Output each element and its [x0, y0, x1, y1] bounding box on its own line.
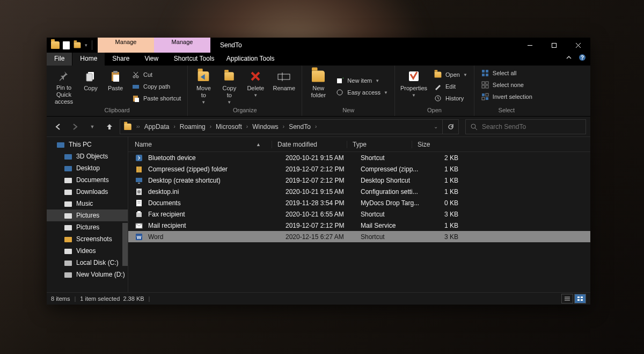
move-to-button[interactable]: Move to ▼ — [192, 68, 215, 105]
thumbnails-view-button[interactable] — [574, 294, 586, 304]
refresh-button[interactable] — [442, 120, 458, 134]
details-view-button[interactable] — [561, 294, 573, 304]
breadcrumb-segment[interactable]: AppData — [141, 120, 173, 134]
properties-button[interactable]: Properties ▼ — [399, 68, 428, 105]
nav-item[interactable]: This PC — [47, 139, 128, 150]
nav-item[interactable]: Videos — [47, 245, 128, 257]
collapse-ribbon-button[interactable] — [566, 53, 579, 66]
copy-path-button[interactable]: Copy path — [129, 81, 183, 92]
copy-to-button[interactable]: Copy to ▼ — [218, 68, 240, 105]
nav-item[interactable]: Screenshots — [47, 233, 128, 245]
easy-access-button[interactable]: Easy access ▼ — [333, 87, 390, 98]
search-icon — [470, 123, 478, 131]
breadcrumb-segment[interactable]: Roaming — [177, 120, 209, 134]
forward-button[interactable] — [68, 120, 82, 134]
nav-item[interactable]: Music — [47, 198, 128, 209]
file-row[interactable]: WWord2020-12-15 6:27 AMShortcut3 KB — [128, 231, 590, 242]
ribbon-group-new: New folder ✦New item ▼ Easy access ▼ New — [302, 66, 395, 116]
open-button[interactable]: Open ▼ — [431, 69, 470, 80]
tab-home[interactable]: Home — [72, 53, 105, 66]
file-row[interactable]: Desktop (create shortcut)2019-12-07 2:12… — [128, 175, 590, 186]
address-bar-row: ▼ › › AppData›Roaming›Microsoft›Windows›… — [47, 117, 590, 137]
help-button[interactable]: ? — [579, 53, 590, 66]
rename-button[interactable]: Rename — [270, 68, 297, 105]
file-row[interactable]: Compressed (zipped) folder2019-12-07 2:1… — [128, 163, 590, 175]
tab-share[interactable]: Share — [105, 53, 137, 66]
contextual-tab-shortcut-tools-badge[interactable]: Manage — [98, 38, 154, 53]
up-button[interactable] — [103, 120, 116, 134]
pin-to-quick-access-button[interactable]: Pin to Quick access — [51, 68, 77, 105]
file-row[interactable]: Fax recipient2020-10-21 6:55 AMShortcut3… — [128, 208, 590, 220]
maximize-button[interactable] — [542, 38, 566, 53]
file-row[interactable]: Mail recipient2019-12-07 2:12 PMMail Ser… — [128, 220, 590, 231]
nav-item[interactable]: New Volume (D:) — [47, 269, 128, 280]
svg-rect-42 — [64, 154, 72, 160]
nav-item[interactable]: Local Disk (C:) — [47, 257, 128, 269]
address-bar[interactable]: › › AppData›Roaming›Microsoft›Windows›Se… — [120, 119, 459, 134]
svg-rect-63 — [136, 212, 142, 217]
file-row[interactable]: desktop.ini2020-10-21 9:15 AMConfigurati… — [128, 186, 590, 197]
docs-icon — [135, 199, 143, 207]
column-header-size[interactable]: Size — [412, 141, 455, 148]
recent-locations-button[interactable]: ▼ — [85, 120, 99, 134]
videos-icon — [64, 247, 72, 255]
paste-shortcut-button[interactable]: Paste shortcut — [129, 93, 183, 104]
nav-item[interactable]: Pictures — [47, 221, 128, 233]
new-folder-button[interactable]: New folder — [306, 68, 330, 105]
file-row[interactable]: Bluetooth device2020-10-21 9:15 AMShortc… — [128, 152, 590, 163]
paste-button[interactable]: Paste — [105, 68, 126, 105]
nav-item[interactable]: Desktop — [47, 162, 128, 174]
search-input[interactable] — [482, 123, 581, 131]
column-header-date[interactable]: Date modified — [272, 141, 347, 148]
qat-new-doc-icon[interactable] — [63, 41, 70, 49]
svg-rect-46 — [64, 201, 72, 207]
edit-button[interactable]: Edit — [431, 81, 470, 92]
search-box[interactable] — [465, 119, 586, 134]
nav-item-label: 3D Objects — [76, 153, 108, 160]
breadcrumb-segment[interactable]: SendTo — [286, 120, 314, 134]
column-header-name[interactable]: Name▲ — [135, 141, 272, 148]
minimize-button[interactable] — [518, 38, 542, 53]
quick-access-toolbar: ▾ — [47, 38, 98, 53]
breadcrumb-segment[interactable]: Windows — [249, 120, 282, 134]
history-button[interactable]: History — [431, 93, 470, 104]
file-size: 1 KB — [420, 188, 464, 196]
column-header-type[interactable]: Type — [347, 141, 412, 148]
scrollbar-thumb[interactable] — [122, 223, 128, 266]
breadcrumb-segment[interactable]: Microsoft — [213, 120, 245, 134]
status-bar: 8 items | 1 item selected 2.38 KB | — [47, 292, 590, 305]
svg-rect-33 — [482, 85, 485, 88]
nav-item[interactable]: 3D Objects — [47, 150, 128, 162]
word-icon: W — [135, 233, 143, 241]
back-button[interactable] — [51, 120, 65, 134]
nav-item[interactable]: Downloads — [47, 186, 128, 198]
tab-view[interactable]: View — [137, 53, 166, 66]
tab-file[interactable]: File — [47, 53, 72, 66]
select-none-button[interactable]: Select none — [479, 80, 535, 90]
nav-item[interactable]: Pictures — [47, 209, 128, 221]
svg-rect-37 — [482, 97, 485, 100]
invert-selection-button[interactable]: Invert selection — [479, 91, 535, 102]
svg-rect-22 — [337, 78, 342, 83]
qat-folder-icon[interactable] — [74, 42, 81, 48]
new-item-button[interactable]: ✦New item ▼ — [333, 75, 390, 86]
navigation-pane[interactable]: This PC3D ObjectsDesktopDocumentsDownloa… — [47, 137, 128, 292]
breadcrumb-root[interactable] — [120, 120, 135, 134]
address-dropdown-button[interactable]: ⌄ — [429, 120, 442, 134]
cut-button[interactable]: Cut — [129, 69, 183, 80]
svg-rect-29 — [482, 74, 485, 76]
close-button[interactable] — [566, 38, 590, 53]
group-label: Organize — [192, 107, 297, 115]
nav-item[interactable]: Documents — [47, 174, 128, 186]
file-row[interactable]: Documents2019-11-28 3:54 PMMyDocs Drop T… — [128, 197, 590, 208]
copy-button[interactable]: Copy — [80, 68, 101, 105]
svg-rect-51 — [64, 261, 72, 266]
tab-application-tools[interactable]: Application Tools — [222, 53, 279, 66]
delete-button[interactable]: Delete ▼ — [244, 68, 267, 105]
qat-dropdown-icon[interactable]: ▾ — [85, 42, 87, 48]
tab-shortcut-tools[interactable]: Shortcut Tools — [166, 53, 222, 66]
contextual-tab-application-tools-badge[interactable]: Manage — [154, 38, 210, 53]
select-all-button[interactable]: Select all — [479, 68, 535, 78]
file-type: Mail Service — [355, 222, 420, 229]
nav-item-label: Desktop — [76, 164, 100, 172]
